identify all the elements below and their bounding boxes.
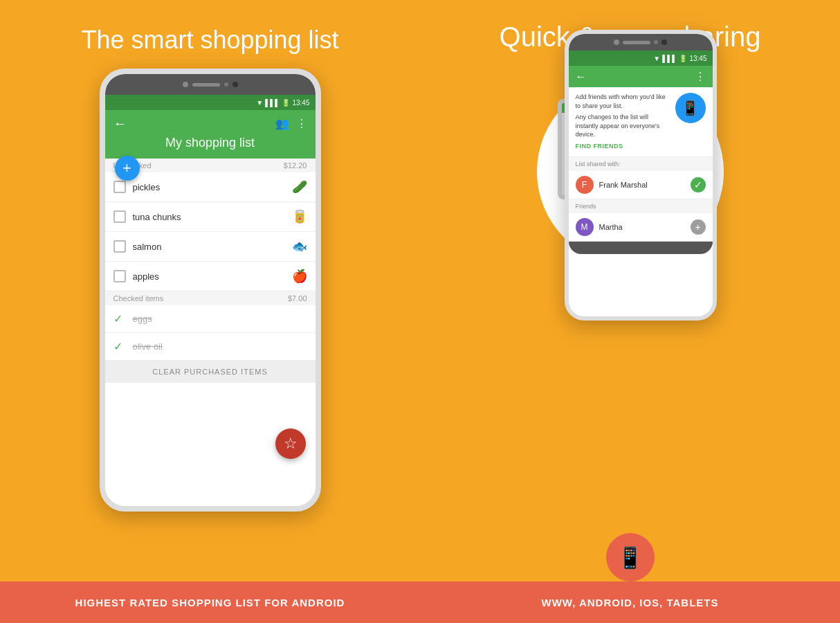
phone-speaker-right [623,41,650,44]
sharing-devices-icon: 📱 [675,93,706,123]
left-panel: The smart shopping list ▼ ▌▌▌ 🔋 13:45 ← … [0,0,420,623]
list-item[interactable]: salmon 🐟 [105,232,316,262]
signal-icon: ▌▌▌ [265,99,280,107]
header-icons-left: 👥 ⋮ [275,117,307,130]
checkmark-oliveoil: ✓ [113,340,126,353]
checkbox-pickles[interactable] [113,181,126,193]
sharing-app-header: ← ⋮ [569,66,713,87]
item-icon-salmon: 🐟 [292,239,307,254]
devices-bottom-icon: 📱 [606,533,655,581]
item-icon-pickles: 🥒 [292,179,307,195]
clear-purchased-button[interactable]: CLEAR PURCHASED ITEMS [105,361,316,383]
battery-icon-right: 🔋 [679,55,687,62]
contact-row-frank[interactable]: F Frank Marshal ✓ [569,171,713,199]
wifi-icon: ▼ [256,99,263,107]
phone-top-bar-right [569,34,713,51]
checked-item[interactable]: ✓ olive oil [105,333,316,361]
check-action-frank[interactable]: ✓ [691,177,706,192]
contact-row-martha[interactable]: M Martha + [569,213,713,242]
contact-name-frank: Frank Marshal [599,181,685,189]
avatar-martha: M [576,218,594,236]
checked-price: $7.00 [288,294,307,303]
right-footer-text: WWW, ANDROID, IOS, TABLETS [542,597,719,608]
wifi-icon-right: ▼ [653,55,660,62]
fab-add-button[interactable]: + [115,156,140,181]
back-arrow-right[interactable]: ← [576,71,587,83]
item-name-apples: apples [133,271,285,282]
phone-sensor-left [224,82,228,87]
app-header-left: ← 👥 ⋮ My shopping list [105,110,316,159]
more-vert-icon-right[interactable]: ⋮ [695,70,706,83]
add-action-martha[interactable]: + [691,219,706,235]
signal-icon-right: ▌▌▌ [662,55,677,62]
time-display-left: 13:45 [292,99,309,107]
app-title-left: My shopping list [113,132,307,153]
devices-icon: 📱 [682,100,699,116]
item-name-tuna: tuna chunks [133,212,285,222]
contact-name-martha: Martha [599,223,685,231]
phone-mockup-left: ▼ ▌▌▌ 🔋 13:45 ← 👥 ⋮ My shopping list + U… [100,69,321,512]
list-item[interactable]: apples 🍎 [105,262,316,291]
shared-with-label: List shared with: [569,157,713,171]
list-item[interactable]: pickles 🥒 [105,172,316,202]
sharing-illustration: ▼ ▌▌▌ 🔋 13:45 ← ⋮ Add friends with whom … [537,78,724,265]
right-footer: WWW, ANDROID, IOS, TABLETS [420,581,840,623]
status-bar-left: ▼ ▌▌▌ 🔋 13:45 [105,95,316,110]
unchecked-price: $12.20 [284,161,307,170]
item-name-eggs: eggs [133,314,307,324]
item-icon-apples: 🍎 [292,269,307,284]
left-footer-text: HIGHEST RATED SHOPPING LIST FOR ANDROID [75,597,345,608]
checkbox-salmon[interactable] [113,240,126,253]
sharing-text-block: Add friends with whom you'd like to shar… [576,93,670,151]
checked-item[interactable]: ✓ eggs [105,305,316,333]
item-name-pickles: pickles [133,182,285,192]
item-name-salmon: salmon [133,242,285,252]
left-footer: HIGHEST RATED SHOPPING LIST FOR ANDROID [0,581,420,623]
star-icon: ☆ [284,435,298,453]
front-camera-right [614,39,619,45]
status-icons-right: ▼ ▌▌▌ 🔋 13:45 [653,55,706,62]
checked-label: Checked items [113,294,164,303]
list-item[interactable]: tuna chunks 🥫 [105,202,316,232]
avatar-frank: F [576,176,594,194]
item-icon-tuna: 🥫 [292,209,307,224]
left-headline: The smart shopping list [67,25,352,55]
star-fab-button[interactable]: ☆ [275,428,306,459]
phone-speaker-left [192,83,220,87]
checkbox-tuna[interactable] [113,210,126,223]
phone-top-bar-left [105,74,316,95]
battery-icon: 🔋 [282,99,290,107]
front-camera-left [183,82,188,87]
share-people-icon[interactable]: 👥 [275,117,289,130]
checkbox-apples[interactable] [113,270,126,282]
find-friends-button[interactable]: FIND FRIENDS [576,139,670,151]
phone-sensor-right [654,40,658,44]
more-vert-icon-left[interactable]: ⋮ [296,117,307,130]
checkmark-eggs: ✓ [113,312,126,325]
phone-mockup-right: ▼ ▌▌▌ 🔋 13:45 ← ⋮ Add friends with whom … [565,30,717,320]
app-header-top-left: ← 👥 ⋮ [113,116,307,132]
status-icons-left: ▼ ▌▌▌ 🔋 13:45 [256,99,309,107]
sharing-text-2: Any changes to the list will instantly a… [576,113,670,139]
phone-bottom-bar-right [569,242,713,254]
right-panel: Quick & easy sharing with real time sync [420,0,840,623]
friends-label: Friends [569,199,713,213]
checked-section-header: Checked items $7.00 [105,291,316,305]
time-display-right: 13:45 [689,55,706,62]
sharing-body: Add friends with whom you'd like to shar… [569,87,713,157]
back-arrow-left[interactable]: ← [113,116,127,132]
sharing-text-1: Add friends with whom you'd like to shar… [576,93,670,110]
item-name-oliveoil: olive oil [133,341,307,352]
status-bar-right: ▼ ▌▌▌ 🔋 13:45 [569,51,713,66]
phone-camera2-left [232,82,238,87]
multi-device-icon: 📱 [617,545,643,570]
phone-camera2-right [661,39,667,45]
